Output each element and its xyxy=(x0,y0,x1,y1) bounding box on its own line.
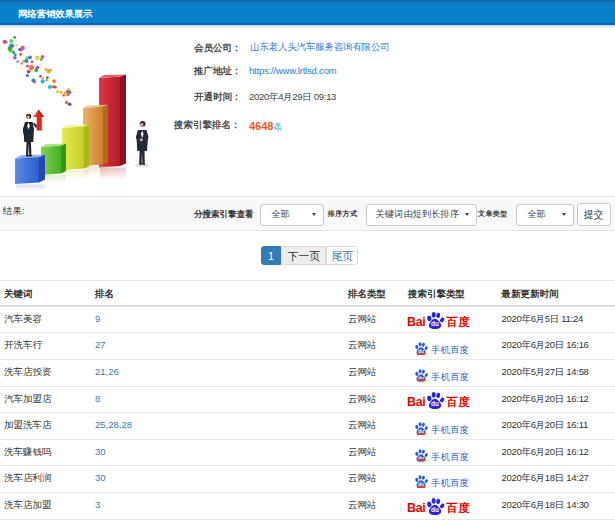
svg-text:du: du xyxy=(431,320,439,327)
svg-text:du: du xyxy=(431,400,439,407)
svg-text:du: du xyxy=(431,507,439,514)
